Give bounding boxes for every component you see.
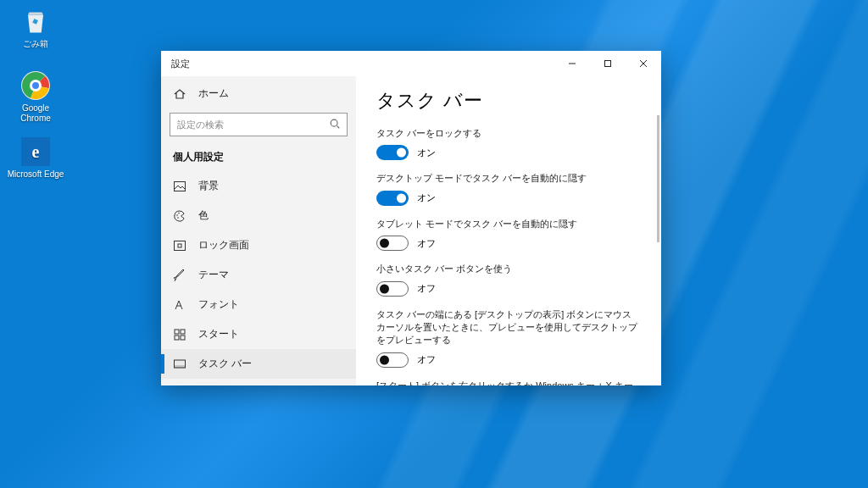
option-autohide-tablet: タブレット モードでタスク バーを自動的に隠す オフ [376,218,646,251]
sidebar: ホーム 個人用設定 背景 色 [161,76,356,385]
option-autohide-desktop: デスクトップ モードでタスク バーを自動的に隠す オン [376,172,646,205]
search-input[interactable] [170,113,348,136]
home-icon [173,87,186,101]
desktop-icon-label: ごみ箱 [7,39,64,49]
option-label: タスク バーの端にある [デスクトップの表示] ボタンにマウス カーソルを置いた… [376,308,639,347]
toggle-autohide-tablet[interactable] [376,236,409,251]
search-icon [329,118,341,130]
nav-label: テーマ [198,268,229,282]
svg-point-3 [176,214,178,216]
svg-rect-9 [181,330,185,334]
image-icon [173,180,186,193]
desktop[interactable]: ごみ箱 Google Chrome e Microsoft Edge 設定 [0,0,868,488]
svg-point-4 [178,212,180,214]
settings-window: 設定 ホーム [161,51,661,385]
font-icon [173,298,186,312]
toggle-state: オン [417,147,436,159]
sidebar-item-start[interactable]: スタート [161,319,356,349]
svg-rect-2 [175,181,186,191]
desktop-icon-edge[interactable]: e Microsoft Edge [7,136,64,180]
option-label: 小さいタスク バー ボタンを使う [376,263,639,275]
content-pane: タスク バー タスク バーをロックする オン デスクトップ モードでタスク バー… [356,76,661,385]
sidebar-item-lockscreen[interactable]: ロック画面 [161,230,356,260]
nav-label: ロック画面 [198,238,249,252]
sidebar-item-themes[interactable]: テーマ [161,260,356,290]
svg-rect-0 [605,61,611,67]
svg-rect-10 [175,336,179,340]
close-button[interactable] [626,51,661,76]
svg-point-1 [331,119,337,126]
taskbar-icon [173,358,186,371]
option-label: [スタート] ボタンを右クリックするか Windows キー + X キーを押し… [376,380,639,385]
palette-icon [173,209,186,223]
option-lock-taskbar: タスク バーをロックする オン [376,127,646,160]
desktop-icon-label: Google Chrome [7,103,64,123]
toggle-state: オン [417,191,436,204]
desktop-icon-chrome[interactable]: Google Chrome [7,69,64,123]
nav-label: スタート [198,327,239,341]
toggle-state: オフ [417,237,436,250]
option-small-buttons: 小さいタスク バー ボタンを使う オフ [376,263,646,296]
sidebar-item-colors[interactable]: 色 [161,201,356,230]
svg-rect-7 [178,244,181,247]
toggle-small-buttons[interactable] [376,281,409,297]
nav-list: 背景 色 ロック画面 テーマ [161,171,356,385]
nav-label: 色 [198,208,209,223]
option-peek-preview: タスク バーの端にある [デスクトップの表示] ボタンにマウス カーソルを置いた… [376,308,646,368]
svg-point-5 [177,217,179,219]
nav-label: タスク バー [198,357,252,371]
search-wrap [161,108,356,145]
toggle-lock-taskbar[interactable] [376,145,409,160]
desktop-icon-label: Microsoft Edge [7,169,64,180]
toggle-state: オフ [417,282,436,295]
section-label: 個人用設定 [161,145,356,171]
content-scrollbar[interactable] [657,115,659,242]
svg-rect-8 [175,330,179,334]
recycle-bin-icon [19,5,52,37]
window-title: 設定 [161,58,190,70]
maximize-button[interactable] [590,51,626,76]
home-link[interactable]: ホーム [161,80,356,108]
option-powershell: [スタート] ボタンを右クリックするか Windows キー + X キーを押し… [376,380,646,385]
sidebar-item-background[interactable]: 背景 [161,171,356,201]
desktop-icon-recycle-bin[interactable]: ごみ箱 [7,5,64,49]
nav-label: フォント [198,297,239,312]
svg-rect-11 [181,336,185,340]
sidebar-item-taskbar[interactable]: タスク バー [161,349,356,379]
lock-icon [173,239,186,252]
option-label: デスクトップ モードでタスク バーを自動的に隠す [376,172,639,185]
svg-rect-13 [175,365,186,368]
option-label: タスク バーをロックする [376,127,639,140]
titlebar[interactable]: 設定 [161,51,661,76]
edge-icon: e [19,136,52,168]
start-icon [173,328,186,341]
toggle-state: オフ [417,353,436,366]
option-label: タブレット モードでタスク バーを自動的に隠す [376,218,639,230]
chrome-icon [19,69,52,102]
page-title: タスク バー [376,88,646,114]
minimize-button[interactable] [554,51,590,76]
svg-rect-6 [175,241,186,250]
toggle-peek-preview[interactable] [376,352,409,368]
sidebar-item-fonts[interactable]: フォント [161,290,356,319]
nav-label: 背景 [198,179,219,193]
home-label: ホーム [198,86,229,101]
brush-icon [173,269,186,282]
toggle-autohide-desktop[interactable] [376,191,409,206]
